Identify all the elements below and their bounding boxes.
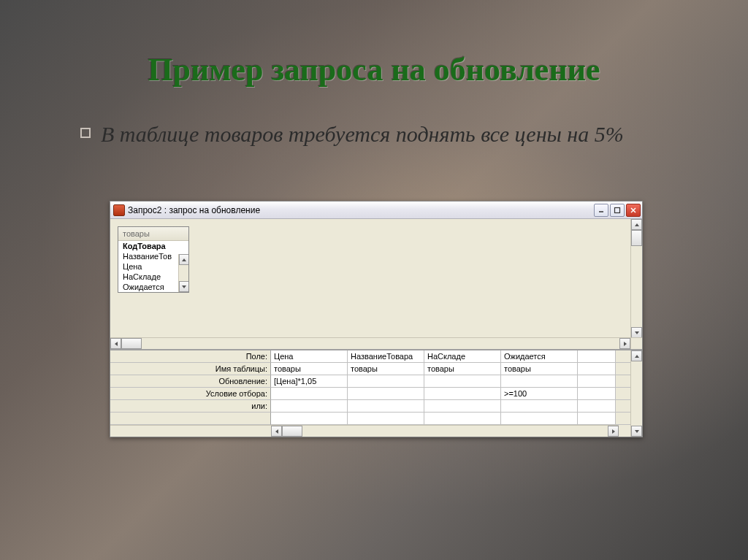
grid-cell-table[interactable]: товары bbox=[271, 363, 348, 375]
slide-title: Пример запроса на обновление bbox=[0, 51, 748, 88]
grid-cell-empty[interactable] bbox=[578, 388, 616, 400]
grid-cell-empty bbox=[616, 388, 630, 400]
grid-cell-or[interactable] bbox=[501, 400, 578, 413]
grid-cell-criteria[interactable] bbox=[271, 388, 348, 400]
lower-pane-hscrollbar[interactable] bbox=[271, 425, 619, 437]
grid-cell-empty[interactable] bbox=[348, 413, 424, 425]
grid-label-gutter bbox=[110, 425, 271, 437]
grid-row-label: Обновление: bbox=[110, 375, 271, 388]
design-pane-upper: товары КодТовара НазваниеТов Цена НаСкла… bbox=[110, 219, 642, 350]
upper-pane-hscrollbar[interactable] bbox=[110, 337, 630, 349]
grid-row-label bbox=[110, 413, 271, 425]
grid-cell-empty bbox=[616, 375, 630, 388]
grid-cell-empty[interactable] bbox=[578, 413, 616, 425]
grid-cell-empty bbox=[616, 350, 630, 363]
scroll-left-icon[interactable] bbox=[271, 426, 282, 437]
bullet-item: В таблице товаров требуется поднять все … bbox=[80, 120, 690, 148]
grid-cell-table[interactable]: товары bbox=[348, 363, 424, 375]
grid-cell-table[interactable]: товары bbox=[501, 363, 578, 375]
grid-cell-field[interactable]: Цена bbox=[271, 350, 348, 363]
close-button[interactable] bbox=[626, 204, 641, 217]
grid-cell-empty bbox=[616, 363, 630, 375]
field-list-item[interactable]: КодТовара bbox=[118, 241, 188, 251]
grid-cell-field[interactable]: НазваниеТовара bbox=[348, 350, 424, 363]
grid-cell-field[interactable]: Ожидается bbox=[501, 350, 578, 363]
scroll-up-icon[interactable] bbox=[179, 254, 188, 265]
scroll-down-icon[interactable] bbox=[631, 327, 642, 338]
svg-rect-1 bbox=[615, 207, 620, 212]
lower-pane-vscrollbar[interactable] bbox=[630, 350, 642, 437]
grid-cell-empty[interactable] bbox=[501, 413, 578, 425]
grid-row-label: Условие отбора: bbox=[110, 388, 271, 400]
scroll-right-icon[interactable] bbox=[608, 426, 619, 437]
upper-pane-vscrollbar[interactable] bbox=[630, 219, 642, 338]
scroll-down-icon[interactable] bbox=[179, 281, 188, 292]
scroll-corner bbox=[630, 337, 642, 349]
grid-cell-empty[interactable] bbox=[578, 363, 616, 375]
query-design-grid[interactable]: Поле: Цена НазваниеТовара НаСкладе Ожида… bbox=[110, 350, 630, 425]
grid-cell-update[interactable] bbox=[424, 375, 501, 388]
grid-cell-empty[interactable] bbox=[271, 413, 348, 425]
grid-cell-criteria[interactable] bbox=[348, 388, 424, 400]
bullet-marker-icon bbox=[80, 128, 91, 138]
grid-row-label: Поле: bbox=[110, 350, 271, 363]
scroll-up-icon[interactable] bbox=[631, 219, 642, 230]
grid-row-label: Имя таблицы: bbox=[110, 363, 271, 375]
titlebar[interactable]: Запрос2 : запрос на обновление bbox=[110, 202, 642, 219]
grid-cell-or[interactable] bbox=[271, 400, 348, 413]
scroll-thumb[interactable] bbox=[631, 230, 642, 246]
grid-row-label: или: bbox=[110, 400, 271, 413]
grid-cell-table[interactable]: товары bbox=[424, 363, 501, 375]
grid-cell-empty[interactable] bbox=[578, 375, 616, 388]
scroll-left-icon[interactable] bbox=[110, 338, 121, 349]
scroll-up-icon[interactable] bbox=[631, 350, 642, 361]
scroll-thumb[interactable] bbox=[121, 338, 142, 349]
grid-cell-update[interactable]: [Цена]*1,05 bbox=[271, 375, 348, 388]
field-list-scrollbar[interactable] bbox=[178, 254, 188, 292]
scroll-right-icon[interactable] bbox=[619, 338, 630, 349]
grid-cell-empty[interactable] bbox=[424, 413, 501, 425]
grid-cell-criteria[interactable] bbox=[424, 388, 501, 400]
grid-cell-update[interactable] bbox=[348, 375, 424, 388]
scroll-thumb[interactable] bbox=[282, 426, 302, 437]
grid-cell-empty[interactable] bbox=[578, 400, 616, 413]
grid-cell-empty bbox=[616, 400, 630, 413]
minimize-button[interactable] bbox=[594, 204, 608, 217]
access-query-window: Запрос2 : запрос на обновление товары Ко… bbox=[110, 201, 643, 437]
grid-cell-empty[interactable] bbox=[578, 350, 616, 363]
grid-cell-or[interactable] bbox=[424, 400, 501, 413]
table-field-list[interactable]: товары КодТовара НазваниеТов Цена НаСкла… bbox=[118, 226, 189, 293]
grid-cell-update[interactable] bbox=[501, 375, 578, 388]
grid-cell-field[interactable]: НаСкладе bbox=[424, 350, 501, 363]
bullet-text: В таблице товаров требуется поднять все … bbox=[101, 120, 624, 148]
app-icon bbox=[113, 204, 125, 216]
grid-cell-or[interactable] bbox=[348, 400, 424, 413]
window-title: Запрос2 : запрос на обновление bbox=[128, 205, 594, 215]
grid-cell-criteria[interactable]: >=100 bbox=[501, 388, 578, 400]
grid-cell-empty bbox=[616, 413, 630, 425]
scroll-down-icon[interactable] bbox=[631, 426, 642, 437]
field-list-caption: товары bbox=[118, 227, 188, 241]
design-pane-lower: Поле: Цена НазваниеТовара НаСкладе Ожида… bbox=[110, 350, 642, 437]
maximize-button[interactable] bbox=[610, 204, 625, 217]
